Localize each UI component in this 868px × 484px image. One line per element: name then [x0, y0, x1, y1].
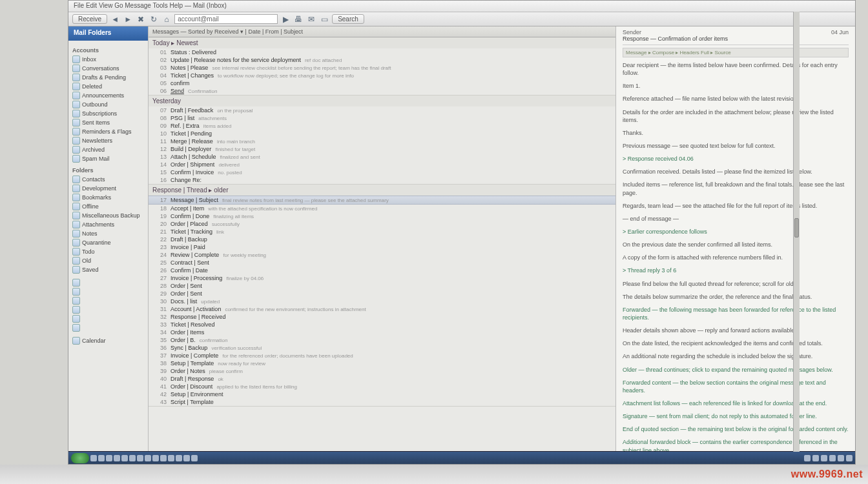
message-row[interactable]: 01Status : Delivered	[149, 48, 615, 56]
taskbar-item[interactable]	[168, 455, 174, 461]
message-row[interactable]: 40Draft | Responseok	[149, 375, 615, 383]
sidebar-item[interactable]	[68, 278, 148, 287]
message-row[interactable]: 34Order | Items	[149, 328, 615, 336]
message-row[interactable]: 09Ref. | Extraitems added	[149, 122, 615, 130]
tray-icon[interactable]	[821, 455, 827, 461]
sidebar-item[interactable]: Newsletters	[68, 136, 148, 145]
taskbar-item[interactable]	[191, 455, 198, 461]
message-row[interactable]: 21Ticket | Trackinglink	[149, 228, 615, 236]
system-tray[interactable]	[804, 455, 852, 461]
reload-icon[interactable]: ↻	[149, 14, 159, 25]
sidebar-item[interactable]: Bookmarks	[68, 193, 148, 202]
sidebar-item[interactable]: Saved	[68, 265, 148, 274]
list-group-header[interactable]: Today ▸ Newest	[149, 37, 615, 48]
sidebar-item[interactable]: Outbound	[68, 100, 148, 109]
sidebar-item[interactable]: Sent Items	[68, 118, 148, 127]
message-row[interactable]: 38Setup | Templatenow ready for review	[149, 359, 615, 367]
message-row[interactable]: 29Order | Sent	[149, 290, 615, 297]
sidebar-item[interactable]: Conversations	[68, 64, 148, 73]
sidebar-item[interactable]: Announcements	[68, 91, 148, 100]
sidebar-item[interactable]	[68, 314, 148, 323]
taskbar-item[interactable]	[121, 455, 128, 461]
message-row[interactable]: 30Docs. | listupdated	[149, 297, 615, 305]
taskbar-item[interactable]	[152, 455, 159, 461]
sidebar-item[interactable]: Notes	[68, 229, 148, 238]
message-row[interactable]: 13Attach | Schedulefinalized and sent	[149, 153, 615, 161]
message-row[interactable]: 32Response | Received	[149, 313, 615, 321]
list-group-header[interactable]: Response | Thread ▸ older	[149, 185, 615, 196]
start-button[interactable]	[71, 453, 89, 463]
message-row[interactable]: 08PSG | listattachments	[149, 114, 615, 122]
sidebar-item[interactable]: Archived	[68, 145, 148, 154]
tray-icon[interactable]	[804, 455, 811, 461]
message-row[interactable]: 31Account | Activationconfirmed for the …	[149, 305, 615, 313]
taskbar-item[interactable]	[145, 455, 151, 461]
message-row[interactable]: 02Update | Release notes for the service…	[149, 56, 615, 64]
taskbar-item[interactable]	[106, 455, 112, 461]
list-column-header[interactable]: Messages — Sorted by Received ▾ | Date |…	[149, 26, 615, 37]
sidebar-item[interactable]	[68, 305, 148, 314]
mail-icon[interactable]: ✉	[306, 14, 316, 25]
message-row[interactable]: 10Ticket | Pending	[149, 130, 615, 137]
message-row[interactable]: 39Order | Notesplease confirm	[149, 367, 615, 375]
sidebar-item[interactable]: Offline	[68, 202, 148, 211]
sidebar-item[interactable]: Inbox	[68, 55, 148, 64]
sidebar-item[interactable]: Deleted	[68, 82, 148, 91]
print-icon[interactable]: 🖶	[293, 14, 304, 25]
message-row[interactable]: 23Invoice | Paid	[149, 243, 615, 251]
message-row[interactable]: 33Ticket | Resolved	[149, 321, 615, 328]
message-row[interactable]: 15Confirm | Invoiceno. posted	[149, 168, 615, 176]
preview-tabs[interactable]: Message ▸ Compose ▸ Headers Full ▸ Sourc…	[623, 48, 849, 57]
message-row[interactable]: 37Invoice | Completefor the referenced o…	[149, 352, 615, 359]
message-row[interactable]: 16Change Re:	[149, 176, 615, 184]
message-row[interactable]: 05confirm	[149, 79, 615, 87]
search-button[interactable]: Search	[332, 14, 364, 24]
message-row[interactable]: 12Build | Deployerfinished for target	[149, 145, 615, 153]
stop-icon[interactable]: ✖	[136, 14, 146, 25]
taskbar-item[interactable]	[183, 455, 190, 461]
sidebar-item[interactable]: Calendar	[68, 336, 148, 345]
message-row[interactable]: 43Script | Template	[149, 398, 615, 406]
sidebar-item[interactable]: Todo	[68, 247, 148, 256]
taskbar-item[interactable]	[160, 455, 167, 461]
taskbar-item[interactable]	[114, 455, 120, 461]
sidebar-item[interactable]: Old	[68, 256, 148, 265]
list-group-header[interactable]: Yesterday	[149, 96, 615, 106]
tray-icon[interactable]	[846, 455, 852, 461]
sidebar-item[interactable]	[68, 296, 148, 305]
sidebar-item[interactable]: Miscellaneous Backup	[68, 211, 148, 220]
home-icon[interactable]: ⌂	[161, 14, 172, 25]
message-row[interactable]: 06SendConfirmation	[149, 87, 615, 95]
message-row[interactable]: 22Draft | Backup	[149, 236, 615, 243]
address-field[interactable]: account@mail	[174, 14, 278, 24]
sidebar-item[interactable]: Development	[68, 184, 148, 193]
taskbar-item[interactable]	[176, 455, 182, 461]
sidebar-item[interactable]: Attachments	[68, 220, 148, 229]
menu-bar[interactable]: File Edit View Go Message Tools Help — M…	[68, 1, 855, 12]
message-row[interactable]: 20Order | Placedsuccessfully	[149, 220, 615, 228]
message-row[interactable]: 19Confirm | Donefinalizing all items	[149, 212, 615, 220]
taskbar[interactable]	[68, 451, 855, 464]
sidebar-item[interactable]: Contacts	[68, 175, 148, 184]
message-row[interactable]: 28Order | Sent	[149, 282, 615, 290]
message-row[interactable]: 03Notes | Pleasesee internal review chec…	[149, 64, 615, 72]
message-row[interactable]: 41Order | Discountapplied to the listed …	[149, 383, 615, 390]
card-icon[interactable]: ▭	[319, 14, 329, 25]
message-row[interactable]: 14Order | Shipmentdelivered	[149, 161, 615, 168]
message-row[interactable]: 42Setup | Environment	[149, 390, 615, 398]
tray-icon[interactable]	[838, 455, 844, 461]
sidebar-item[interactable]	[68, 323, 148, 332]
message-row[interactable]: 04Ticket | Changesto workflow now deploy…	[149, 72, 615, 79]
taskbar-item[interactable]	[90, 455, 97, 461]
message-row[interactable]: 27Invoice | Processingfinalize by 04.06	[149, 274, 615, 282]
forward-icon[interactable]: ►	[123, 14, 133, 25]
sidebar-item[interactable]: Drafts & Pending	[68, 73, 148, 82]
message-row[interactable]: 17Message | Subjectfinal review notes fr…	[149, 196, 615, 205]
message-row[interactable]: 26Confirm | Date	[149, 267, 615, 274]
taskbar-item[interactable]	[137, 455, 143, 461]
message-row[interactable]: 24Review | Completefor weekly meeting	[149, 251, 615, 259]
taskbar-item[interactable]	[129, 455, 136, 461]
receive-button[interactable]: Receive	[72, 14, 107, 24]
sidebar-item[interactable]: Quarantine	[68, 238, 148, 247]
message-row[interactable]: 35Order | B.confirmation	[149, 336, 615, 344]
